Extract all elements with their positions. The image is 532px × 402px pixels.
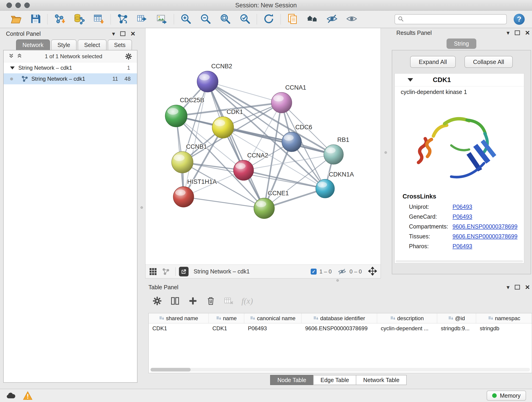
panel-menu-icon[interactable]: ▾ <box>507 284 510 290</box>
network-node-cdk1[interactable] <box>212 117 234 138</box>
birds-eye-view-icon[interactable] <box>149 268 157 275</box>
network-edge[interactable] <box>208 82 264 208</box>
column-header-canonical-name[interactable]: canonical name <box>244 313 302 323</box>
zoom-fit-button[interactable] <box>215 12 235 26</box>
new-network-button[interactable] <box>113 12 133 26</box>
card-horizontal-scrollbar[interactable] <box>396 260 523 262</box>
tab-edge-table[interactable]: Edge Table <box>313 375 356 385</box>
duplicate-document-button[interactable] <box>283 12 302 26</box>
horizontal-splitter-handle[interactable] <box>336 279 339 282</box>
network-edge[interactable] <box>223 128 334 154</box>
collapse-tree-icon[interactable] <box>17 53 22 60</box>
network-collection-row[interactable]: String Network – cdk1 1 <box>4 62 137 73</box>
network-node-ccnb2[interactable] <box>197 71 218 92</box>
close-panel-icon[interactable]: × <box>525 284 530 290</box>
search-box[interactable] <box>394 14 507 24</box>
open-in-new-window-button[interactable] <box>179 267 189 276</box>
table-horizontal-scrollbar[interactable] <box>151 368 530 371</box>
refresh-layout-button[interactable] <box>259 12 279 26</box>
tab-network[interactable]: Network <box>16 39 50 50</box>
crosslink-value-link[interactable]: P06493 <box>452 213 472 220</box>
network-node-ccnb1[interactable] <box>172 152 193 173</box>
crosslink-value-link[interactable]: 9606.ENSP00000378699 <box>452 233 518 240</box>
expand-all-button[interactable]: Expand All <box>410 56 456 68</box>
network-edge[interactable] <box>184 197 264 208</box>
search-input[interactable] <box>406 16 504 22</box>
protein-card-header[interactable]: CDK1 <box>395 74 524 86</box>
network-node-cdc25b[interactable] <box>165 105 187 127</box>
column-header--id[interactable]: @id <box>437 313 476 323</box>
tab-network-table[interactable]: Network Table <box>356 375 407 385</box>
float-panel-icon[interactable] <box>120 31 126 36</box>
crosslink-label: GeneCard: <box>409 213 452 220</box>
network-from-table-button[interactable] <box>133 12 152 26</box>
float-panel-icon[interactable] <box>515 30 520 35</box>
float-panel-icon[interactable] <box>515 285 520 290</box>
crosslink-value-link[interactable]: P06493 <box>452 204 472 210</box>
import-network-file-button[interactable] <box>50 12 69 26</box>
network-options-gear-icon[interactable] <box>125 52 133 60</box>
open-session-button[interactable] <box>6 12 26 26</box>
delete-column-icon[interactable] <box>206 296 216 306</box>
network-node-hist1h1a[interactable] <box>173 186 194 207</box>
scrollbar-thumb[interactable] <box>151 368 191 371</box>
right-splitter-handle[interactable] <box>385 151 387 154</box>
column-header-shared-name[interactable]: shared name <box>149 313 209 323</box>
export-image-button[interactable] <box>152 12 172 26</box>
save-session-button[interactable] <box>26 12 45 26</box>
panel-menu-icon[interactable]: ▾ <box>507 30 510 36</box>
zoom-out-button[interactable] <box>196 12 215 26</box>
tab-node-table[interactable]: Node Table <box>270 375 314 385</box>
import-network-database-button[interactable] <box>69 12 89 26</box>
network-overview-icon[interactable] <box>162 268 170 275</box>
memory-button[interactable]: Memory <box>487 390 526 401</box>
left-splitter-handle[interactable] <box>140 206 143 209</box>
string-tab-badge[interactable]: String <box>447 38 476 49</box>
panel-menu-icon[interactable]: ▾ <box>112 31 115 37</box>
network-node-ccne1[interactable] <box>254 198 274 219</box>
show-columns-icon[interactable] <box>170 296 180 306</box>
import-table-button[interactable] <box>89 12 109 26</box>
network-canvas[interactable]: CCNB2CCNA1CDC25BCDK1CDC6RB1CCNB1CCNA2CDK… <box>146 28 380 264</box>
collapse-all-button[interactable]: Collapse All <box>464 56 513 68</box>
add-column-icon[interactable] <box>188 296 198 306</box>
network-node-ccna1[interactable] <box>271 92 292 113</box>
crosslink-value-link[interactable]: 9606.ENSP00000378699 <box>452 223 518 230</box>
collapse-section-icon[interactable] <box>408 78 413 82</box>
help-button[interactable]: ? <box>514 14 525 25</box>
show-all-button[interactable] <box>342 12 361 26</box>
network-node-label: CDC25B <box>180 97 204 104</box>
pan-mode-icon[interactable] <box>368 267 377 276</box>
network-node-cdkn1a[interactable] <box>316 179 335 198</box>
tab-select[interactable]: Select <box>78 39 106 50</box>
tab-sets[interactable]: Sets <box>108 39 132 50</box>
network-row[interactable]: String Network – cdk1 11 48 <box>4 73 137 84</box>
crosslink-value-link[interactable]: P06493 <box>452 243 472 249</box>
column-header-database-identifier[interactable]: database identifier <box>302 313 377 323</box>
hidden-eye-slash-icon[interactable] <box>338 268 346 275</box>
new-network-icon <box>117 13 128 26</box>
cloud-icon[interactable] <box>6 392 16 399</box>
first-neighbors-button[interactable] <box>302 12 322 26</box>
selected-checkbox-icon[interactable]: ✓ <box>311 269 317 274</box>
tab-style[interactable]: Style <box>51 39 77 50</box>
column-header-namespac[interactable]: namespac <box>476 313 532 323</box>
table-row[interactable]: CDK1CDK1P064939606.ENSP00000378699cyclin… <box>149 323 532 333</box>
column-header-name[interactable]: name <box>209 313 244 323</box>
warning-icon[interactable] <box>23 391 32 400</box>
network-node-ccna2[interactable] <box>234 160 254 180</box>
network-node-rb1[interactable] <box>324 145 343 164</box>
zoom-selected-button[interactable] <box>235 12 255 26</box>
table-options-gear-icon[interactable] <box>152 296 162 306</box>
column-header-description[interactable]: description <box>377 313 437 323</box>
zoom-in-button[interactable] <box>176 12 196 26</box>
hide-selected-button[interactable] <box>322 12 342 26</box>
network-edge[interactable] <box>244 170 325 189</box>
expand-tree-icon[interactable] <box>8 53 14 60</box>
close-panel-icon[interactable]: × <box>525 30 530 36</box>
collection-expand-icon[interactable] <box>10 66 15 70</box>
close-panel-icon[interactable]: × <box>131 31 135 37</box>
network-edge[interactable] <box>264 142 292 208</box>
network-node-cdc6[interactable] <box>282 132 302 152</box>
protein-structure-image <box>405 100 506 189</box>
